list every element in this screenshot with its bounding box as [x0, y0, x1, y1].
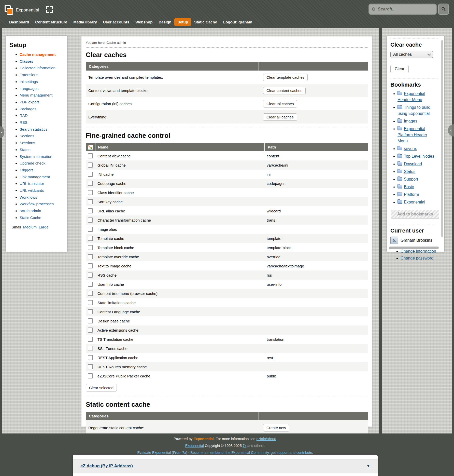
row-checkbox[interactable]: [88, 254, 93, 259]
row-checkbox[interactable]: [88, 181, 93, 186]
row-checkbox[interactable]: [88, 328, 93, 333]
row-checkbox[interactable]: [88, 364, 93, 369]
size-medium-link[interactable]: Medium: [23, 225, 37, 229]
nav-item-logout-graham[interactable]: Logout: graham: [220, 18, 255, 26]
exponential-logo-icon[interactable]: [5, 5, 13, 14]
sidebar-item-url-wildcards[interactable]: URL wildcards: [20, 188, 44, 193]
sidebar-item-classes[interactable]: Classes: [20, 59, 33, 63]
sidebar-item-ini-settings[interactable]: Ini settings: [20, 79, 38, 84]
sevenx-link[interactable]: 7x: [243, 444, 247, 448]
sidebar-item-languages[interactable]: Languages: [20, 86, 38, 91]
nav-item-design[interactable]: Design: [155, 18, 174, 26]
ezinfo-about-link[interactable]: ezinfo/about: [257, 437, 276, 441]
bookmark-link[interactable]: sevenx: [404, 146, 417, 151]
row-checkbox[interactable]: [88, 309, 93, 314]
evaluate-link[interactable]: Evaluate Exponential (From 7x): [137, 451, 187, 455]
bookmark-link[interactable]: Download: [404, 162, 422, 166]
nav-item-static-cache[interactable]: Static Cache: [191, 18, 220, 26]
sidebar-item-sections[interactable]: Sections: [20, 134, 34, 138]
search-input[interactable]: [377, 6, 436, 12]
row-checkbox[interactable]: [88, 199, 93, 204]
nav-item-user-accounts[interactable]: User accounts: [100, 18, 132, 26]
row-checkbox[interactable]: [88, 236, 93, 241]
row-checkbox[interactable]: [88, 217, 93, 223]
row-checkbox[interactable]: [88, 162, 93, 168]
row-checkbox[interactable]: [88, 273, 93, 278]
row-checkbox[interactable]: [88, 172, 93, 177]
sidebar-item-cache-management[interactable]: Cache management: [20, 52, 56, 57]
horizontal-scrollbar[interactable]: [389, 247, 439, 249]
vertical-scrollbar[interactable]: [441, 40, 443, 237]
cache-name: Image alias: [95, 227, 264, 232]
exponential-link[interactable]: Exponential: [185, 444, 204, 448]
sidebar-item-rad[interactable]: RAD: [20, 113, 28, 118]
sidebar-item-system-information[interactable]: System information: [20, 154, 52, 159]
sidebar-item-sessions[interactable]: Sessions: [20, 141, 35, 145]
toggle-selection-icon[interactable]: [88, 145, 93, 150]
fine-grained-row: Template block cachetemplate-block: [86, 243, 368, 252]
sidebar-item-oauth-admin[interactable]: oAuth admin: [20, 209, 41, 213]
clear-all-caches-button[interactable]: Clear all caches: [263, 113, 297, 121]
nav-item-content-structure[interactable]: Content structure: [32, 18, 70, 26]
nav-item-setup[interactable]: Setup: [174, 18, 191, 26]
clear-ini-caches-button[interactable]: Clear Ini caches: [263, 100, 297, 107]
ez-debug-link[interactable]: eZ debug (By IP Address): [80, 464, 133, 469]
sidebar-item-collected-information[interactable]: Collected information: [20, 66, 55, 70]
debug-toggle-icon[interactable]: ▼: [366, 464, 370, 468]
sidebar-item-link-management[interactable]: Link management: [20, 175, 50, 179]
row-checkbox[interactable]: [88, 282, 93, 287]
sidebar-item-packages[interactable]: Packages: [20, 107, 36, 111]
row-checkbox[interactable]: [88, 190, 93, 195]
search-button[interactable]: [438, 4, 449, 15]
sidebar-item-static-cache[interactable]: Static Cache: [20, 215, 41, 220]
row-checkbox[interactable]: [88, 153, 93, 158]
row-checkbox[interactable]: [88, 318, 93, 323]
nav-item-media-library[interactable]: Media library: [70, 18, 100, 26]
bookmark-link[interactable]: Exponential: [404, 200, 425, 204]
clear-button[interactable]: Clear: [390, 65, 409, 73]
bookmark-link[interactable]: Basic: [404, 185, 414, 189]
sidebar-item-menu-management[interactable]: Menu management: [20, 93, 52, 97]
sidebar-item-workflows[interactable]: Workflows: [20, 195, 37, 199]
community-link[interactable]: Become a member of the Exponential Commu…: [190, 451, 312, 455]
fine-grained-row: Codepage cachecodepages: [86, 179, 368, 188]
row-checkbox[interactable]: [88, 208, 93, 213]
sidebar-item-url-translator[interactable]: URL translator: [20, 181, 44, 186]
row-checkbox[interactable]: [88, 337, 93, 342]
bookmark-link[interactable]: Platform: [404, 192, 419, 197]
bookmark-link[interactable]: Support: [404, 177, 418, 181]
row-checkbox[interactable]: [88, 245, 93, 250]
sidebar-menu-item: Collected information: [20, 65, 64, 72]
bookmark-link[interactable]: Things to build using Exponential: [398, 105, 430, 116]
row-checkbox[interactable]: [88, 300, 93, 305]
sidebar-item-workflow-processes[interactable]: Workflow processes: [20, 202, 54, 206]
sidebar-item-rss[interactable]: RSS: [20, 120, 27, 125]
clear-cache-select[interactable]: All caches: [390, 51, 433, 58]
change-information-link[interactable]: Change information: [401, 249, 436, 253]
nav-item-dashboard[interactable]: Dashboard: [6, 18, 32, 26]
row-checkbox[interactable]: [88, 291, 93, 296]
row-checkbox[interactable]: [88, 263, 93, 268]
clear-selected-button[interactable]: Clear selected: [86, 384, 117, 391]
clear-content-caches-button[interactable]: Clear content caches: [263, 87, 306, 94]
sidebar-item-search-statistics[interactable]: Search statistics: [20, 127, 47, 131]
bookmark-link[interactable]: Status: [404, 169, 415, 174]
row-checkbox[interactable]: [88, 227, 93, 232]
row-checkbox[interactable]: [88, 373, 93, 378]
add-to-bookmarks-button[interactable]: Add to bookmarks: [391, 210, 439, 219]
sidebar-item-states[interactable]: States: [20, 147, 31, 152]
change-password-link[interactable]: Change password: [401, 256, 433, 260]
sidebar-item-pdf-export[interactable]: PDF export: [20, 100, 39, 104]
nav-item-webshop[interactable]: Webshop: [132, 18, 155, 26]
fullscreen-icon[interactable]: [46, 6, 53, 13]
create-new-button[interactable]: Create new: [263, 424, 289, 431]
sidebar-item-extensions[interactable]: Extensions: [20, 73, 38, 77]
bookmark-link[interactable]: Images: [404, 119, 417, 123]
bookmark-link[interactable]: Top Level Nodes: [404, 154, 434, 158]
sidebar-item-upgrade-check[interactable]: Upgrade check: [20, 161, 45, 165]
size-large-link[interactable]: Large: [39, 225, 48, 229]
row-checkbox[interactable]: [88, 355, 93, 360]
current-user-row: Graham Brookins: [390, 237, 438, 244]
clear-template-caches-button[interactable]: Clear template caches: [263, 74, 308, 81]
sidebar-item-triggers[interactable]: Triggers: [20, 168, 33, 172]
